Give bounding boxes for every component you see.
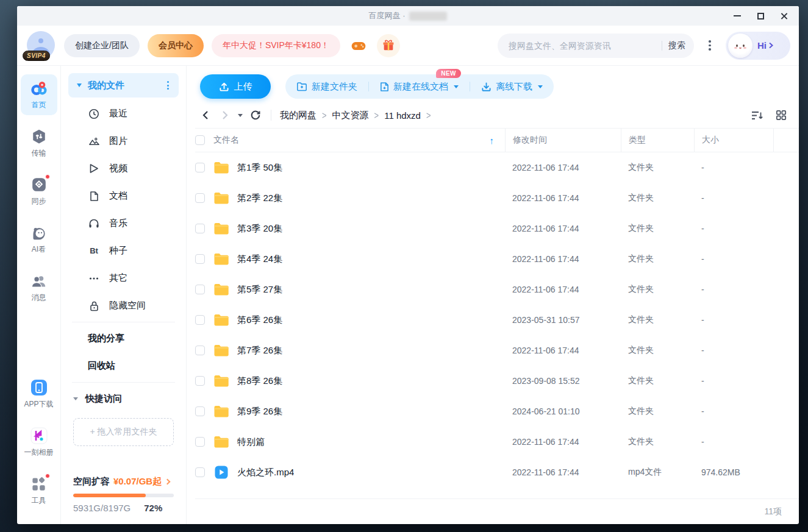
row-checkbox[interactable] [195, 285, 205, 294]
sidebar-item-documents[interactable]: 文档 [61, 182, 186, 210]
offline-download-button[interactable]: 离线下载 [470, 74, 554, 99]
file-size: - [694, 376, 773, 386]
expand-storage-link[interactable]: 空间扩容 ¥0.07/GB起 [73, 476, 174, 488]
search-button[interactable]: 搜索 [668, 40, 685, 51]
file-name[interactable]: 第3季 20集 [237, 223, 282, 235]
sidebar-item-other[interactable]: 其它 [61, 264, 186, 292]
gift-icon [382, 39, 395, 52]
column-header-type[interactable]: 类型 [621, 129, 694, 152]
create-team-button[interactable]: 创建企业/团队 [64, 34, 140, 57]
file-name[interactable]: 第6季 26集 [237, 314, 282, 326]
nav-item-ai-view[interactable]: AI看 [21, 219, 57, 260]
sidebar-item-recycle-bin[interactable]: 回收站 [61, 352, 186, 380]
ellipsis-icon [88, 277, 100, 280]
promo-banner[interactable]: 年中大促！SVIP年卡¥180！ [212, 34, 340, 57]
breadcrumb-separator: > [322, 110, 327, 121]
refresh-button[interactable] [249, 108, 262, 122]
member-center-button[interactable]: 会员中心 [148, 34, 204, 57]
table-row[interactable]: 第7季 26集 2022-11-06 17:44 文件夹 - [195, 335, 799, 366]
table-row[interactable]: 第3季 20集 2022-11-06 17:44 文件夹 - [195, 213, 799, 244]
nav-item-home[interactable]: 首页 [21, 74, 57, 115]
sidebar-my-files[interactable]: 我的文件 [68, 73, 179, 98]
close-button[interactable] [774, 8, 793, 24]
row-checkbox[interactable] [195, 346, 205, 355]
nav-item-app-download[interactable]: APP下载 [21, 374, 57, 414]
row-checkbox[interactable] [195, 163, 205, 172]
nav-item-transfer[interactable]: 传输 [21, 122, 57, 163]
row-checkbox[interactable] [195, 437, 205, 447]
sidebar-item-torrents[interactable]: Bt 种子 [61, 237, 186, 264]
file-name[interactable]: 第4季 24集 [237, 254, 282, 265]
sidebar-item-my-shares[interactable]: 我的分享 [61, 325, 186, 352]
row-checkbox[interactable] [195, 315, 205, 325]
row-checkbox[interactable] [195, 467, 205, 477]
table-row[interactable]: 第2季 22集 2022-11-06 17:44 文件夹 - [195, 183, 799, 213]
dropdown-arrow-icon [454, 85, 459, 88]
storage-percent-label: 72% [144, 503, 162, 513]
file-modified: 2022-11-06 17:44 [505, 224, 621, 233]
row-checkbox[interactable] [195, 224, 205, 233]
column-header-name[interactable]: 文件名 [213, 135, 239, 146]
sort-button[interactable] [750, 108, 763, 122]
file-name[interactable]: 第9季 26集 [237, 406, 282, 417]
sidebar-item-pictures[interactable]: 图片 [61, 127, 186, 155]
nav-item-sync[interactable]: 同步 [21, 171, 57, 211]
more-menu-button[interactable] [702, 35, 718, 56]
file-name[interactable]: 特别篇 [237, 436, 265, 448]
upload-button[interactable]: 上传 [200, 74, 271, 99]
yike-album-icon [30, 427, 48, 445]
file-list: 第1季 50集 2022-11-06 17:44 文件夹 - [195, 152, 799, 498]
new-folder-button[interactable]: 新建文件夹 [285, 74, 368, 99]
file-name[interactable]: 第1季 50集 [237, 162, 282, 174]
sidebar-item-music[interactable]: 音乐 [61, 210, 186, 237]
table-row[interactable]: 第6季 26集 2023-05-31 10:57 文件夹 - [195, 305, 799, 335]
row-checkbox[interactable] [195, 193, 205, 203]
quick-access-header[interactable]: 快捷访问 [61, 385, 186, 412]
grid-view-button[interactable] [774, 108, 788, 122]
row-checkbox[interactable] [195, 376, 205, 386]
table-row[interactable]: 火焰之环.mp4 2022-11-06 17:44 mp4文件 974.62MB [195, 457, 799, 488]
breadcrumb-item[interactable]: 我的网盘 [280, 110, 316, 121]
file-name[interactable]: 第5季 27集 [237, 284, 282, 296]
history-dropdown-button[interactable] [238, 114, 243, 117]
file-name[interactable]: 第2季 22集 [237, 193, 282, 204]
sort-ascending-icon[interactable]: ↑ [490, 135, 501, 146]
user-avatar[interactable]: SVIP4 [27, 31, 56, 60]
nav-item-tools[interactable]: 工具 [21, 470, 57, 511]
file-name[interactable]: 第7季 26集 [237, 345, 282, 356]
table-row[interactable]: 第1季 50集 2022-11-06 17:44 文件夹 - [195, 152, 799, 183]
minimize-button[interactable] [728, 8, 746, 24]
file-name[interactable]: 火焰之环.mp4 [237, 467, 294, 478]
nav-item-yike-album[interactable]: 一刻相册 [21, 422, 57, 463]
column-header-modified[interactable]: 修改时间 [505, 129, 621, 152]
column-header-size[interactable]: 大小 [694, 129, 773, 152]
forward-button[interactable] [218, 108, 232, 122]
table-row[interactable]: 第4季 24集 2022-11-06 17:44 文件夹 - [195, 244, 799, 274]
back-button[interactable] [199, 108, 212, 122]
my-files-menu-button[interactable] [165, 79, 171, 92]
table-row[interactable]: 第5季 27集 2022-11-06 17:44 文件夹 - [195, 274, 799, 305]
select-all-checkbox[interactable] [195, 135, 205, 145]
sidebar-item-hidden-space[interactable]: 隐藏空间 [61, 292, 186, 319]
sidebar-item-recent[interactable]: 最近 [61, 100, 186, 127]
nav-item-messages[interactable]: 消息 [21, 267, 57, 308]
maximize-button[interactable] [751, 8, 770, 24]
gift-button[interactable] [377, 34, 400, 57]
table-row[interactable]: 第9季 26集 2024-06-21 01:10 文件夹 - [195, 396, 799, 427]
row-checkbox[interactable] [195, 406, 205, 416]
table-row[interactable]: 特别篇 2022-11-06 17:44 文件夹 - [195, 427, 799, 457]
sidebar-item-videos[interactable]: 视频 [61, 155, 186, 182]
game-center-button[interactable] [348, 35, 369, 56]
chevron-right-icon [165, 479, 171, 485]
sidebar: 我的文件 最近 图片 视频 文档 音乐 [61, 66, 187, 524]
breadcrumb-item[interactable]: 中文资源 [332, 110, 369, 121]
file-name[interactable]: 第8季 26集 [237, 375, 282, 387]
assistant-pill[interactable]: Hi [726, 32, 790, 60]
table-row[interactable]: 第8季 26集 2023-09-08 15:52 文件夹 - [195, 366, 799, 396]
new-online-doc-button[interactable]: NEW 新建在线文档 [369, 74, 470, 99]
breadcrumb-item[interactable]: 11 hdxzd [384, 110, 421, 121]
search-input[interactable] [509, 41, 656, 51]
file-size: - [694, 163, 773, 172]
favorite-folder-dropzone[interactable]: + 拖入常用文件夹 [73, 418, 174, 446]
row-checkbox[interactable] [195, 254, 205, 264]
